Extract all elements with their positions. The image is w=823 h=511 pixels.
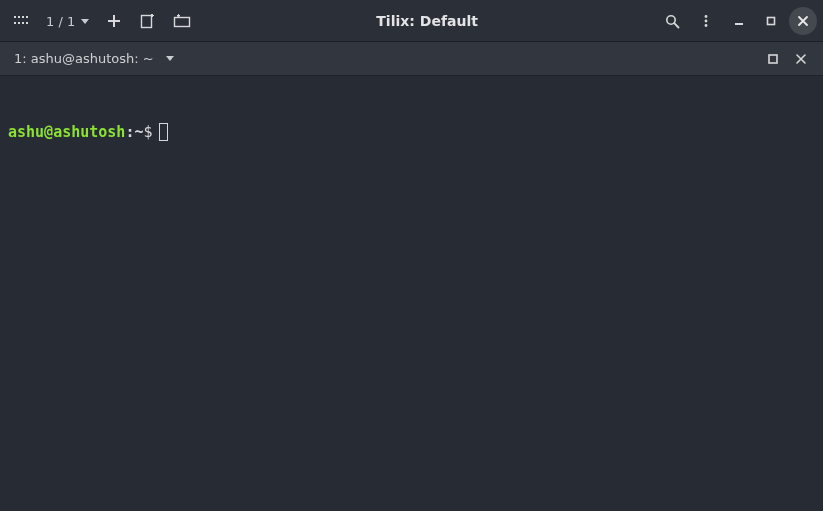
search-button[interactable] — [657, 6, 687, 36]
terminal-cursor — [159, 123, 168, 141]
svg-rect-7 — [26, 22, 28, 24]
svg-rect-17 — [769, 55, 777, 63]
window-maximize-button[interactable] — [757, 7, 785, 35]
svg-rect-15 — [735, 23, 743, 25]
app-menu-kebab-button[interactable] — [691, 6, 721, 36]
svg-rect-1 — [18, 16, 20, 18]
new-session-button[interactable] — [99, 6, 129, 36]
pane-maximize-button[interactable] — [759, 45, 787, 73]
terminal-tab-bar: 1: ashu@ashutosh: ~ — [0, 42, 823, 76]
svg-point-13 — [705, 20, 708, 23]
chevron-down-icon — [81, 19, 89, 24]
prompt-user: ashu@ashutosh — [8, 122, 125, 142]
app-grid-icon — [13, 13, 29, 29]
pane-maximize-icon — [767, 53, 779, 65]
svg-point-12 — [705, 15, 708, 18]
session-counter-label: 1 / 1 — [46, 14, 75, 29]
close-icon — [797, 15, 809, 27]
prompt-line: ashu@ashutosh:~$ — [8, 122, 815, 142]
titlebar-right-group — [657, 6, 817, 36]
terminal-tab-dropdown[interactable]: 1: ashu@ashutosh: ~ — [8, 45, 180, 73]
chevron-down-icon — [166, 56, 174, 61]
svg-rect-5 — [18, 22, 20, 24]
app-menu-button[interactable] — [6, 6, 36, 36]
kebab-menu-icon — [699, 14, 713, 28]
svg-rect-3 — [26, 16, 28, 18]
svg-rect-0 — [14, 16, 16, 18]
prompt-path: ~ — [134, 122, 143, 142]
titlebar-left-group: 1 / 1 — [6, 6, 197, 36]
window-title: Tilix: Default — [201, 13, 653, 29]
maximize-icon — [765, 15, 777, 27]
window-close-button[interactable] — [789, 7, 817, 35]
svg-rect-9 — [175, 18, 190, 27]
svg-line-11 — [674, 23, 678, 27]
prompt-symbol: $ — [143, 122, 152, 142]
titlebar: 1 / 1 Tilix: Default — [0, 0, 823, 42]
window-minimize-button[interactable] — [725, 7, 753, 35]
session-counter-dropdown[interactable]: 1 / 1 — [40, 6, 95, 36]
split-right-icon — [140, 13, 156, 29]
prompt-separator: : — [125, 122, 134, 142]
search-icon — [665, 14, 680, 29]
add-terminal-right-button[interactable] — [133, 6, 163, 36]
svg-rect-8 — [142, 16, 152, 28]
minimize-icon — [733, 15, 745, 27]
svg-point-14 — [705, 24, 708, 27]
svg-rect-2 — [22, 16, 24, 18]
pane-close-button[interactable] — [787, 45, 815, 73]
svg-rect-16 — [768, 18, 775, 25]
split-down-icon — [173, 14, 191, 28]
svg-rect-6 — [22, 22, 24, 24]
close-icon — [795, 53, 807, 65]
add-terminal-down-button[interactable] — [167, 6, 197, 36]
svg-rect-4 — [14, 22, 16, 24]
terminal-tab-label: 1: ashu@ashutosh: ~ — [14, 51, 154, 66]
terminal-surface[interactable]: ashu@ashutosh:~$ — [0, 76, 823, 511]
plus-icon — [107, 14, 121, 28]
